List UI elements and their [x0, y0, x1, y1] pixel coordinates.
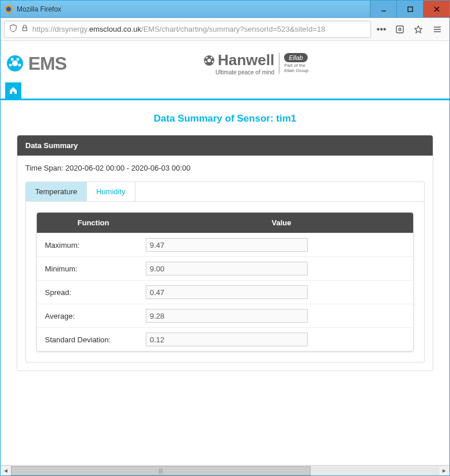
browser-toolbar: https://drsynergy.emscloud.co.uk/EMS/cha…	[1, 18, 449, 41]
data-summary-panel: Data Summary Time Span: 2020-06-02 00:00…	[17, 135, 433, 371]
maximize-button[interactable]	[396, 1, 423, 17]
hanwell-gear-icon	[203, 54, 215, 67]
tab-humidity[interactable]: Humidity	[87, 182, 135, 201]
page-header: EMS Hanwell Ultimate peace of mind Ellab…	[1, 41, 449, 82]
hanwell-tagline: Ultimate peace of mind	[215, 69, 274, 75]
svg-point-19	[207, 59, 211, 62]
window-titlebar: Mozilla Firefox	[1, 1, 449, 18]
page-content: EMS Hanwell Ultimate peace of mind Ellab…	[1, 41, 449, 465]
row-value[interactable]	[146, 262, 308, 275]
nav-bar	[1, 82, 449, 99]
svg-point-20	[206, 56, 207, 58]
url-bar[interactable]: https://drsynergy.emscloud.co.uk/EMS/cha…	[4, 21, 371, 38]
col-function: Function	[37, 218, 150, 227]
ellab-block: Ellab Part of the Ellab Group	[279, 53, 308, 74]
col-value: Value	[150, 218, 413, 227]
page-actions-icon[interactable]: •••	[373, 21, 390, 37]
hanwell-logo: Hanwell Ultimate peace of mind Ellab Par…	[203, 51, 309, 75]
svg-point-1	[6, 7, 11, 12]
svg-rect-6	[23, 28, 27, 31]
row-value[interactable]	[146, 333, 308, 346]
bookmark-star-icon[interactable]	[410, 21, 426, 37]
row-label: Spread:	[45, 288, 146, 297]
row-label: Maximum:	[45, 241, 146, 250]
home-button[interactable]	[5, 82, 21, 99]
tabs-container: Temperature Humidity Function Value Maxi…	[25, 182, 425, 362]
svg-point-17	[18, 64, 21, 67]
menu-button[interactable]	[429, 21, 446, 38]
svg-point-15	[17, 58, 20, 61]
ems-label: EMS	[28, 53, 66, 74]
reader-icon[interactable]	[392, 21, 408, 37]
tab-list: Temperature Humidity	[26, 182, 424, 202]
svg-point-8	[399, 28, 401, 31]
data-table: Function Value Maximum: Minimum: Spr	[36, 212, 414, 352]
scroll-track[interactable]: |||	[11, 466, 439, 475]
row-value[interactable]	[146, 285, 308, 299]
table-header: Function Value	[37, 213, 413, 233]
hanwell-label: Hanwell	[218, 51, 274, 69]
table-row: Maximum:	[37, 233, 413, 256]
scroll-right-arrow[interactable]: ►	[439, 466, 449, 475]
url-text: https://drsynergy.emscloud.co.uk/EMS/cha…	[32, 25, 325, 33]
home-icon	[9, 86, 18, 95]
panel-header: Data Summary	[17, 135, 433, 156]
svg-point-13	[12, 61, 18, 66]
scroll-thumb[interactable]: |||	[11, 466, 311, 475]
row-label: Minimum:	[45, 265, 146, 273]
minimize-button[interactable]	[370, 1, 396, 17]
row-label: Standard Deviation:	[45, 335, 146, 344]
svg-rect-3	[408, 7, 413, 12]
table-row: Average:	[37, 304, 413, 327]
svg-point-21	[210, 56, 212, 58]
ellab-label: Ellab	[284, 53, 307, 62]
row-label: Average:	[45, 312, 146, 320]
table-row: Minimum:	[37, 256, 413, 280]
row-value[interactable]	[146, 309, 308, 323]
svg-point-22	[205, 61, 206, 62]
page-title: Data Summary of Sensor: tim1	[1, 100, 449, 135]
svg-rect-7	[396, 26, 403, 33]
row-value[interactable]	[146, 238, 308, 252]
table-row: Standard Deviation:	[37, 327, 413, 351]
table-row: Spread:	[37, 280, 413, 304]
shield-icon	[9, 24, 17, 34]
svg-point-16	[9, 64, 12, 67]
scroll-left-arrow[interactable]: ◄	[1, 466, 11, 475]
close-button[interactable]	[423, 1, 449, 17]
svg-point-14	[11, 58, 14, 61]
tab-content: Function Value Maximum: Minimum: Spr	[26, 202, 424, 362]
gear-icon	[5, 54, 25, 73]
tab-temperature[interactable]: Temperature	[26, 182, 87, 201]
window-title: Mozilla Firefox	[17, 5, 370, 13]
horizontal-scrollbar[interactable]: ◄ ||| ►	[1, 465, 449, 475]
lock-icon	[21, 24, 29, 34]
ems-logo: EMS	[5, 53, 66, 74]
firefox-icon	[4, 5, 13, 14]
svg-point-23	[211, 61, 213, 62]
timespan-label: Time Span: 2020-06-02 00:00 - 2020-06-03…	[25, 164, 425, 172]
